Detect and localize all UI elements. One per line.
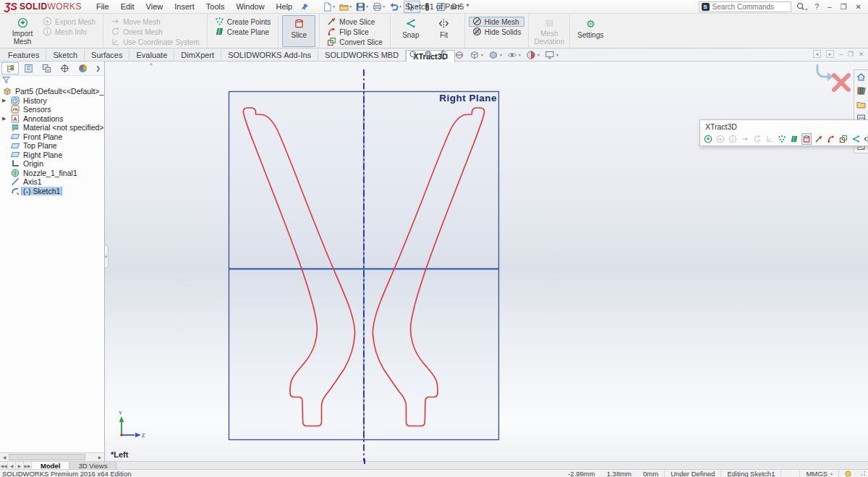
help-button[interactable]: ? xyxy=(813,3,822,11)
flip-slice-icon[interactable] xyxy=(826,133,836,145)
slice-button[interactable]: Slice xyxy=(282,15,315,47)
home-icon[interactable] xyxy=(856,72,867,83)
fit-button[interactable]: Fit xyxy=(427,15,461,47)
menu-edit[interactable]: Edit xyxy=(115,1,140,12)
settings-button[interactable]: ⚙ Settings xyxy=(574,15,607,47)
fit-icon[interactable] xyxy=(863,133,868,145)
orient-mesh-icon[interactable] xyxy=(752,133,762,145)
edit-appearance-icon[interactable]: ▾ xyxy=(526,50,540,60)
filter-funnel-icon[interactable] xyxy=(2,76,10,85)
dimxpert-manager-icon[interactable] xyxy=(56,62,73,75)
section-view-icon[interactable] xyxy=(454,50,464,60)
search-input[interactable] xyxy=(712,3,788,11)
mesh-info-icon[interactable] xyxy=(728,133,738,145)
tree-item-nozzle-mesh[interactable]: Nozzle_1_final1 xyxy=(0,169,104,178)
tab-solidworks-add-ins[interactable]: SOLIDWORKS Add-Ins xyxy=(221,49,318,62)
tree-item-annotations[interactable]: ▶ A Annotations xyxy=(0,114,104,124)
tab-3d-views[interactable]: 3D Views xyxy=(69,462,116,469)
zoom-to-area-icon[interactable] xyxy=(424,50,434,60)
create-plane-button[interactable]: Create Plane xyxy=(211,27,275,37)
tree-item-top-plane[interactable]: Top Plane xyxy=(0,141,104,151)
create-points-button[interactable]: Create Points xyxy=(211,17,275,27)
undo-icon[interactable]: ▾ xyxy=(387,1,404,13)
menu-tools[interactable]: Tools xyxy=(200,1,231,12)
design-library-icon[interactable] xyxy=(856,85,867,96)
use-coordinate-system-icon[interactable] xyxy=(765,133,775,145)
next-tab-icon[interactable]: ▶ xyxy=(16,462,24,469)
convert-slice-icon[interactable] xyxy=(838,133,848,145)
tree-item-part[interactable]: Part5 (Default<<Default>_Display State 1… xyxy=(0,87,104,96)
search-magnifier-icon[interactable]: ▾ xyxy=(796,2,809,12)
expand-caret-icon[interactable]: ▶ xyxy=(2,98,6,104)
previous-view-icon[interactable] xyxy=(439,50,449,60)
display-manager-icon[interactable] xyxy=(74,62,91,75)
menu-window[interactable]: Window xyxy=(230,1,270,12)
scroll-right-icon[interactable]: ▶ xyxy=(95,455,104,460)
xtract3d-palette-titlebar[interactable]: XTract3D ✕ xyxy=(700,120,868,132)
close-button[interactable]: ✕ xyxy=(854,3,864,11)
manager-tabs-more-icon[interactable]: ❯ xyxy=(95,65,103,72)
export-mesh-button[interactable]: Export Mesh xyxy=(39,17,99,27)
tree-item-history[interactable]: ▶ History xyxy=(0,96,104,106)
tree-item-sensors[interactable]: Sensors xyxy=(0,105,104,114)
hide-solids-button[interactable]: Hide Solids xyxy=(469,27,525,37)
doc-forward-button[interactable]: ▸ xyxy=(826,50,834,58)
units-selector[interactable]: MMGS▴ xyxy=(799,470,838,477)
import-mesh-button[interactable]: Import Mesh xyxy=(6,15,39,47)
prev-tab-icon[interactable]: ◀ xyxy=(8,462,16,469)
export-mesh-icon[interactable] xyxy=(715,133,726,145)
save-icon[interactable]: ▾ xyxy=(354,1,370,13)
doc-minimize-button[interactable]: – xyxy=(839,51,843,58)
doc-back-button[interactable]: ◂ xyxy=(813,50,821,58)
new-document-icon[interactable]: ▾ xyxy=(320,1,337,13)
first-tab-icon[interactable]: ◀◀ xyxy=(0,462,8,469)
expand-caret-icon[interactable]: ▶ xyxy=(2,116,6,122)
flip-slice-button[interactable]: Flip Slice xyxy=(323,27,386,37)
menu-insert[interactable]: Insert xyxy=(169,1,200,12)
tree-item-front-plane[interactable]: Front Plane xyxy=(0,132,104,142)
tab-model[interactable]: Model xyxy=(32,462,69,469)
file-explorer-icon[interactable] xyxy=(856,99,867,110)
move-mesh-icon[interactable] xyxy=(740,133,750,145)
tree-item-origin[interactable]: Origin xyxy=(0,159,104,169)
open-icon[interactable]: ▾ xyxy=(337,1,354,13)
mesh-deviation-button[interactable]: Mesh Deviation xyxy=(532,15,566,47)
display-style-icon[interactable]: ▾ xyxy=(488,50,502,60)
cancel-sketch-icon[interactable] xyxy=(829,70,854,95)
tab-dimxpert[interactable]: DimXpert xyxy=(174,49,221,62)
import-mesh-icon[interactable] xyxy=(703,133,713,145)
convert-slice-button[interactable]: Convert Slice xyxy=(323,37,386,47)
view-settings-icon[interactable]: ▾ xyxy=(545,50,558,60)
maximize-button[interactable]: ❐ xyxy=(838,3,849,11)
mesh-info-button[interactable]: Mesh Info xyxy=(39,27,99,37)
quick-tips-icon[interactable] xyxy=(838,470,857,477)
print-icon[interactable]: ▾ xyxy=(370,1,387,13)
create-plane-icon[interactable] xyxy=(789,133,799,145)
create-points-icon[interactable] xyxy=(777,133,787,145)
property-manager-icon[interactable] xyxy=(20,62,37,75)
move-mesh-button[interactable]: Move Mesh xyxy=(107,17,203,27)
tree-item-axis1[interactable]: Axis1 xyxy=(0,177,104,187)
resize-grip[interactable] xyxy=(860,470,866,476)
scroll-left-icon[interactable]: ◀ xyxy=(0,455,9,460)
tab-solidworks-mbd[interactable]: SOLIDWORKS MBD xyxy=(318,49,406,62)
doc-close-button[interactable]: ✕ xyxy=(859,51,864,58)
move-slice-icon[interactable] xyxy=(814,133,824,145)
scrollbar-thumb[interactable] xyxy=(9,454,85,460)
tree-item-sketch1[interactable]: (-) Sketch1 xyxy=(0,187,104,196)
doc-restore-button[interactable]: ❐ xyxy=(848,51,854,58)
orient-mesh-button[interactable]: Orient Mesh xyxy=(107,27,203,37)
snap-button[interactable]: Snap xyxy=(394,15,427,47)
tab-sketch[interactable]: Sketch xyxy=(46,49,85,62)
slice-icon[interactable] xyxy=(801,133,812,145)
zoom-to-fit-icon[interactable] xyxy=(409,50,419,60)
tab-evaluate[interactable]: Evaluate xyxy=(129,49,174,62)
menu-view[interactable]: View xyxy=(140,1,169,12)
minimize-button[interactable]: – xyxy=(825,3,834,11)
hide-show-items-icon[interactable]: ▾ xyxy=(507,50,521,60)
use-coordinate-system-button[interactable]: Use Coordinate System xyxy=(107,37,203,47)
last-tab-icon[interactable]: ▶▶ xyxy=(24,462,32,469)
menu-file[interactable]: File xyxy=(90,1,115,12)
tab-features[interactable]: Features xyxy=(1,49,46,62)
pin-icon[interactable] xyxy=(301,3,309,11)
